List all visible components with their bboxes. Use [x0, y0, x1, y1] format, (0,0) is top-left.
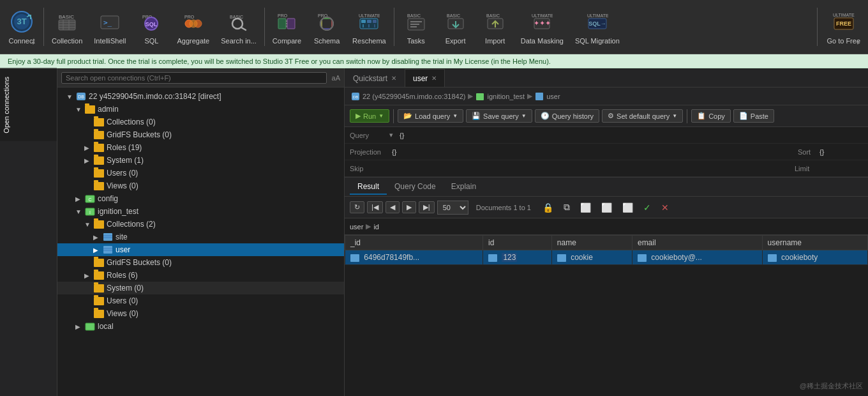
load-query-button[interactable]: 📂 Load query ▼: [398, 109, 463, 123]
tree-admin-views[interactable]: Views (0): [57, 179, 344, 192]
intellishell-button[interactable]: >_ IntelliShell: [89, 1, 131, 52]
search-label: Search in...: [221, 37, 257, 45]
connect-button[interactable]: 3T Connect ▼: [3, 1, 41, 52]
import-button[interactable]: BASIC Import: [476, 1, 514, 52]
admin-views-label: Views (0): [107, 181, 138, 190]
copy-button[interactable]: 📋 Copy: [691, 109, 731, 123]
paste-row-button[interactable]: ⬜: [576, 201, 595, 214]
ignition-site-icon: [102, 232, 114, 242]
query-dropdown-arrow[interactable]: ▾: [389, 131, 393, 139]
ignition-users-icon: [93, 296, 105, 306]
tree-ignition-system[interactable]: System (0): [57, 282, 344, 294]
tree-admin-users[interactable]: Users (0): [57, 167, 344, 179]
ignition-db-icon: I: [84, 206, 96, 217]
tree-ignition-db[interactable]: ▼ I ignition_test: [57, 205, 344, 218]
copy-row-button[interactable]: ⧉: [560, 201, 574, 214]
sql-migration-button[interactable]: ULTIMATE SQL→ SQL Migration: [570, 1, 625, 52]
sql-migration-icon: ULTIMATE SQL→: [585, 9, 610, 34]
set-default-button[interactable]: ⚙ Set default query ▼: [602, 109, 683, 123]
result-tab-result[interactable]: Result: [350, 179, 387, 195]
data-masking-button[interactable]: ULTIMATE ✦✦✦ Data Masking: [516, 1, 569, 52]
svg-text:BASIC: BASIC: [407, 13, 421, 18]
run-button[interactable]: ▶ Run ▼: [350, 109, 389, 123]
schema-button[interactable]: PRO Schema: [308, 1, 346, 52]
go-to-free-button[interactable]: ULTIMATE FREE Go to Free ▼: [821, 1, 865, 52]
notification-text: Enjoy a 30-day full product trial. Once …: [8, 57, 551, 65]
path-collection: user: [350, 223, 363, 231]
tree-ignition-collections[interactable]: ▼ Collections (2): [57, 218, 344, 231]
dup-button[interactable]: ⬜: [618, 201, 637, 214]
admin-db-label: admin: [98, 105, 119, 114]
tab-quickstart[interactable]: Quickstart ✕: [345, 69, 405, 87]
tree-ignition-gridfs[interactable]: GridFS Buckets (0): [57, 256, 344, 269]
breadcrumb-db: ignition_test: [487, 93, 525, 100]
lock-button[interactable]: 🔒: [539, 201, 557, 214]
sort-input[interactable]: [817, 147, 868, 157]
tab-quickstart-close[interactable]: ✕: [391, 75, 396, 82]
tree-config-db[interactable]: ▶ C config: [57, 192, 344, 205]
validate-button[interactable]: ✓: [640, 201, 655, 214]
compare-button[interactable]: PRO Compare: [267, 1, 306, 52]
tree-ignition-user[interactable]: ▶ user: [57, 243, 344, 256]
export-button[interactable]: BASIC Export: [437, 1, 475, 52]
ignition-gridfs-icon: [93, 257, 105, 268]
load-query-caret: ▼: [453, 113, 458, 119]
cell-id-value: 123: [502, 253, 517, 262]
tab-user[interactable]: user ✕: [405, 69, 445, 87]
breadcrumb-server-icon: DB: [351, 92, 360, 101]
save-query-button[interactable]: 💾 Save query ▼: [466, 109, 532, 123]
reschema-button[interactable]: ULTIMATE Reschema: [347, 1, 391, 52]
tree-admin-roles[interactable]: ▶ Roles (19): [57, 141, 344, 154]
tree-ignition-roles[interactable]: ▶ Roles (6): [57, 269, 344, 282]
notification-bar: Enjoy a 30-day full product trial. Once …: [0, 54, 868, 68]
next-page-button[interactable]: ▶: [402, 201, 416, 213]
aggregate-button[interactable]: PRO Aggregate: [172, 1, 214, 52]
server-label: 22 y45299045m.imdo.co:31842 [direct]: [89, 92, 221, 101]
admin-db-icon: [84, 104, 96, 114]
tree-admin-collections[interactable]: Collections (0): [57, 116, 344, 128]
admin-views-icon: [93, 181, 105, 191]
result-tab-query-code[interactable]: Query Code: [387, 179, 444, 195]
last-page-button[interactable]: ▶|: [419, 201, 435, 213]
tab-user-close[interactable]: ✕: [431, 75, 437, 82]
admin-arrow: ▼: [75, 106, 84, 113]
paste-button[interactable]: 📄 Paste: [733, 109, 774, 123]
limit-input[interactable]: [817, 164, 868, 174]
ignition-system-label: System (0): [107, 284, 144, 293]
refresh-button[interactable]: ↻: [350, 201, 364, 213]
first-page-button[interactable]: |◀: [367, 201, 383, 213]
query-input[interactable]: [397, 128, 868, 143]
tree-ignition-views[interactable]: Views (0): [57, 307, 344, 320]
delete-button[interactable]: ✕: [657, 201, 673, 214]
collection-icon: BASIC: [54, 9, 80, 34]
tree-admin-db[interactable]: ▼ admin: [57, 103, 344, 116]
query-history-button[interactable]: 🕐 Query history: [535, 109, 599, 123]
collection-button[interactable]: BASIC Collection: [47, 1, 87, 52]
tree-local-db[interactable]: ▶ local: [57, 320, 344, 333]
table-body: 6496d78149fb... 123 cookie cookiebo: [345, 250, 868, 265]
ignition-user-icon: [102, 245, 114, 255]
svg-line-21: [241, 27, 246, 30]
tree-server[interactable]: ▼ DB 22 y45299045m.imdo.co:31842 [direct…: [57, 90, 344, 103]
sidebar-tab-connections[interactable]: Open connections: [0, 68, 57, 141]
ignition-gridfs-label: GridFS Buckets (0): [107, 258, 172, 267]
tasks-button[interactable]: BASIC Tasks: [397, 1, 435, 52]
search-button[interactable]: BASIC Search in...: [216, 1, 262, 52]
cell-icon-id: [350, 254, 359, 262]
add-row-button[interactable]: ⬜: [597, 201, 616, 214]
page-size-select[interactable]: 50 100: [437, 201, 468, 215]
tree-ignition-site[interactable]: ▶ site: [57, 231, 344, 243]
svg-text:DB: DB: [78, 95, 84, 99]
admin-users-icon: [93, 168, 105, 178]
table-row[interactable]: 6496d78149fb... 123 cookie cookiebo: [345, 250, 868, 265]
tree-admin-system[interactable]: ▶ System (1): [57, 154, 344, 167]
cell-name-value: cookie: [571, 253, 593, 262]
connection-search-input[interactable]: [61, 72, 327, 84]
skip-input[interactable]: [389, 161, 795, 176]
tree-admin-gridfs[interactable]: GridFS Buckets (0): [57, 128, 344, 141]
result-tab-explain[interactable]: Explain: [444, 179, 484, 195]
projection-input[interactable]: [389, 144, 798, 160]
tree-ignition-users[interactable]: Users (0): [57, 294, 344, 307]
prev-page-button[interactable]: ◀: [385, 201, 400, 213]
sql-button[interactable]: PRO SQL SQL: [132, 1, 170, 52]
